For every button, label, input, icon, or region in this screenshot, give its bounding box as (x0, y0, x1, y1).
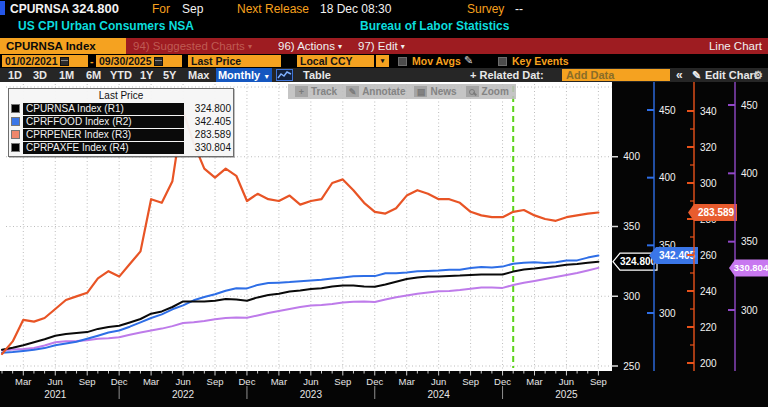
price-field-select[interactable]: Last Price (188, 55, 281, 67)
next-release-label: Next Release (237, 2, 309, 16)
legend-row[interactable]: CPRFFOOD Index (R2)342.405 (11, 115, 231, 128)
range-tab-1m[interactable]: 1M (59, 68, 74, 82)
line-chart-type-icon[interactable] (276, 69, 293, 81)
currency-select[interactable]: Local CCY (297, 55, 374, 67)
key-events-checkbox[interactable] (498, 57, 507, 66)
calendar-icon[interactable] (154, 57, 163, 66)
edit-chart-button[interactable]: Edit Chart (705, 68, 758, 82)
svg-text:300: 300 (623, 291, 640, 302)
next-release-value: 18 Dec 08:30 (320, 2, 391, 16)
svg-text:Sep: Sep (334, 376, 351, 387)
edit-menu[interactable]: 97) Edit ▾ (358, 38, 405, 55)
svg-text:Sep: Sep (79, 376, 96, 387)
collapse-chevrons[interactable]: « (676, 68, 683, 82)
series-swatch (11, 130, 20, 139)
svg-text:350: 350 (623, 221, 640, 232)
security-name: US CPI Urban Consumers NSA (18, 19, 194, 33)
chart-legend[interactable]: Last Price CPURNSA Index (R1)324.800CPRF… (8, 88, 234, 157)
svg-text:2022: 2022 (172, 389, 195, 400)
svg-text:2024: 2024 (428, 389, 451, 400)
chart-type-label: Line Chart (709, 38, 762, 54)
chart-controls-bar: 01/02/2021 - 09/30/2025 Last Price Local… (0, 54, 768, 68)
track-icon: + (295, 86, 308, 97)
key-events-label: Key Events (512, 54, 569, 68)
svg-text:Dec: Dec (111, 376, 128, 387)
mov-avgs-pencil-icon[interactable]: ✎ (464, 54, 473, 67)
svg-text:250: 250 (623, 361, 640, 372)
add-data-input[interactable]: Add Data (562, 69, 670, 81)
svg-text:2025: 2025 (555, 389, 578, 400)
svg-text:200: 200 (700, 358, 717, 369)
svg-text:Dec: Dec (238, 376, 255, 387)
last-price: 324.800 (72, 1, 119, 16)
svg-text:Jun: Jun (303, 376, 318, 387)
start-date-input[interactable]: 01/02/2021 (2, 55, 88, 67)
actions-menu[interactable]: 96) Actions ▾ (278, 38, 342, 55)
svg-text:400: 400 (623, 151, 640, 162)
overlay-annotate-button[interactable]: ✎Annotate (346, 86, 405, 97)
legend-row[interactable]: CPRPENER Index (R3)283.589 (11, 128, 231, 141)
svg-text:220: 220 (700, 322, 717, 333)
axis-R3: 340320300280260240220200 (687, 82, 717, 371)
date-range-dash: - (90, 54, 94, 68)
overlay-news-button[interactable]: ▤News (414, 86, 456, 97)
chart-region: MarJunSepDecMarJunSepDecMarJunSepDecMarJ… (0, 82, 768, 407)
svg-text:2023: 2023 (300, 389, 323, 400)
svg-text:Sep: Sep (207, 376, 224, 387)
svg-text:Dec: Dec (366, 376, 383, 387)
quote-bar: CPURNSA 324.800 For Sep Next Release 18 … (0, 0, 768, 16)
svg-text:Jun: Jun (48, 376, 63, 387)
axis-tag-R4[interactable]: 330.804 (729, 259, 768, 276)
series-ticker: CPRFFOOD Index (R2) (23, 116, 184, 128)
series-ticker: CPRPENER Index (R3) (23, 129, 184, 141)
svg-text:450: 450 (659, 105, 676, 116)
overlay-zoom-button[interactable]: Zoom (466, 86, 509, 97)
svg-text:2021: 2021 (44, 389, 67, 400)
security-input[interactable]: CPURNSA Index (0, 38, 126, 54)
range-tab-1y[interactable]: 1Y (140, 68, 153, 82)
table-button[interactable]: Table (303, 68, 331, 82)
svg-text:300: 300 (700, 178, 717, 189)
axis-R4: 450400350300 (728, 82, 758, 371)
calendar-icon[interactable] (60, 57, 69, 66)
range-toolbar: 1D3D1M6MYTD1Y5YMax Monthly ▼ Table + Rel… (0, 68, 768, 82)
suggested-charts-menu[interactable]: 94) Suggested Charts ▾ (133, 38, 252, 55)
series-ticker: CPRPAXFE Index (R4) (23, 142, 184, 154)
end-date-input[interactable]: 09/30/2025 (96, 55, 182, 67)
range-tab-1d[interactable]: 1D (8, 68, 22, 82)
overlay-track-button[interactable]: +Track (295, 86, 337, 97)
svg-text:Mar: Mar (526, 376, 542, 387)
series-swatch (11, 143, 20, 152)
data-source: Bureau of Labor Statistics (360, 19, 509, 33)
survey-label: Survey (467, 2, 504, 16)
svg-text:300: 300 (659, 308, 676, 319)
svg-text:Jun: Jun (431, 376, 446, 387)
range-tab-6m[interactable]: 6M (86, 68, 101, 82)
svg-text:340: 340 (700, 106, 717, 117)
series-ticker: CPURNSA Index (R1) (23, 103, 184, 115)
axis-tag-R3[interactable]: 283.589 (688, 204, 737, 221)
svg-text:Jun: Jun (559, 376, 574, 387)
svg-text:300: 300 (741, 305, 758, 316)
range-tab-3d[interactable]: 3D (33, 68, 47, 82)
svg-text:Mar: Mar (15, 376, 31, 387)
chart-tools-overlay: +Track✎Annotate▤NewsZoom (288, 84, 516, 99)
series-last-value: 283.589 (187, 129, 231, 140)
legend-row[interactable]: CPRPAXFE Index (R4)330.804 (11, 141, 231, 154)
svg-text:400: 400 (659, 172, 676, 183)
legend-row[interactable]: CPURNSA Index (R1)324.800 (11, 102, 231, 115)
zoom-icon (466, 86, 479, 97)
range-tab-max[interactable]: Max (188, 68, 209, 82)
gear-icon[interactable]: ⚙ (753, 68, 763, 82)
annotate-icon: ✎ (346, 86, 359, 97)
survey-value: -- (515, 2, 523, 16)
period-select[interactable]: Monthly ▼ (216, 68, 272, 82)
edit-chart-pencil-icon[interactable]: ✎ (692, 68, 701, 82)
range-tab-ytd[interactable]: YTD (110, 68, 132, 82)
svg-text:Mar: Mar (399, 376, 415, 387)
mov-avgs-checkbox[interactable] (398, 57, 407, 66)
series-swatch (11, 104, 20, 113)
svg-text:Jun: Jun (175, 376, 190, 387)
currency-dropdown-arrow[interactable]: ▾ (376, 55, 389, 67)
range-tab-5y[interactable]: 5Y (163, 68, 176, 82)
